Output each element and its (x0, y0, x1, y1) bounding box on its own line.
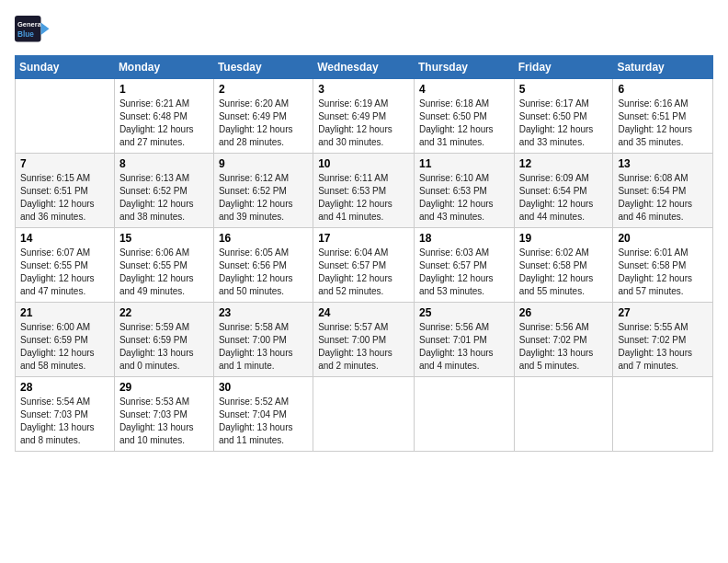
day-number: 10 (318, 157, 409, 170)
cell-info: Sunrise: 5:54 AM Sunset: 7:03 PM Dayligh… (20, 396, 109, 447)
calendar-cell: 6Sunrise: 6:16 AM Sunset: 6:51 PM Daylig… (613, 79, 713, 154)
col-header-thursday: Thursday (414, 56, 514, 79)
cell-info: Sunrise: 6:18 AM Sunset: 6:50 PM Dayligh… (419, 98, 509, 149)
svg-marker-3 (41, 23, 50, 36)
calendar-cell: 13Sunrise: 6:08 AM Sunset: 6:54 PM Dayli… (613, 154, 713, 228)
calendar-cell: 30Sunrise: 5:52 AM Sunset: 7:04 PM Dayli… (213, 377, 313, 452)
calendar-cell: 9Sunrise: 6:12 AM Sunset: 6:52 PM Daylig… (213, 154, 313, 228)
week-row-2: 7Sunrise: 6:15 AM Sunset: 6:51 PM Daylig… (16, 154, 713, 228)
week-row-5: 28Sunrise: 5:54 AM Sunset: 7:03 PM Dayli… (16, 377, 713, 452)
day-number: 24 (318, 306, 409, 319)
calendar-cell: 20Sunrise: 6:01 AM Sunset: 6:58 PM Dayli… (613, 228, 713, 303)
col-header-saturday: Saturday (613, 56, 713, 79)
logo: General Blue (15, 11, 70, 48)
col-header-tuesday: Tuesday (213, 56, 313, 79)
cell-info: Sunrise: 6:19 AM Sunset: 6:49 PM Dayligh… (318, 98, 409, 149)
day-number: 4 (419, 83, 509, 96)
cell-info: Sunrise: 6:04 AM Sunset: 6:57 PM Dayligh… (318, 247, 409, 298)
day-number: 19 (519, 232, 609, 245)
calendar-cell (514, 377, 613, 452)
cell-info: Sunrise: 6:01 AM Sunset: 6:58 PM Dayligh… (618, 247, 708, 298)
calendar-cell: 29Sunrise: 5:53 AM Sunset: 7:03 PM Dayli… (114, 377, 213, 452)
day-number: 25 (419, 306, 509, 319)
calendar-cell: 23Sunrise: 5:58 AM Sunset: 7:00 PM Dayli… (213, 303, 313, 377)
cell-info: Sunrise: 5:55 AM Sunset: 7:02 PM Dayligh… (618, 321, 708, 373)
week-row-4: 21Sunrise: 6:00 AM Sunset: 6:59 PM Dayli… (16, 303, 713, 377)
day-number: 20 (618, 232, 708, 245)
week-row-3: 14Sunrise: 6:07 AM Sunset: 6:55 PM Dayli… (16, 228, 713, 303)
calendar-cell: 3Sunrise: 6:19 AM Sunset: 6:49 PM Daylig… (313, 79, 415, 154)
calendar-cell: 19Sunrise: 6:02 AM Sunset: 6:58 PM Dayli… (514, 228, 613, 303)
cell-info: Sunrise: 6:09 AM Sunset: 6:54 PM Dayligh… (519, 172, 609, 224)
cell-info: Sunrise: 6:15 AM Sunset: 6:51 PM Dayligh… (20, 172, 109, 224)
calendar-cell: 24Sunrise: 5:57 AM Sunset: 7:00 PM Dayli… (313, 303, 415, 377)
day-number: 11 (419, 157, 509, 170)
calendar-cell: 26Sunrise: 5:56 AM Sunset: 7:02 PM Dayli… (514, 303, 613, 377)
svg-text:General: General (17, 20, 43, 29)
day-number: 1 (119, 83, 209, 96)
cell-info: Sunrise: 6:17 AM Sunset: 6:50 PM Dayligh… (519, 98, 609, 149)
calendar-cell: 11Sunrise: 6:10 AM Sunset: 6:53 PM Dayli… (414, 154, 514, 228)
calendar-cell (414, 377, 514, 452)
day-number: 18 (419, 232, 509, 245)
cell-info: Sunrise: 6:03 AM Sunset: 6:57 PM Dayligh… (419, 247, 509, 298)
logo-svg: General Blue (15, 11, 70, 48)
cell-info: Sunrise: 6:08 AM Sunset: 6:54 PM Dayligh… (618, 172, 708, 224)
calendar-cell: 14Sunrise: 6:07 AM Sunset: 6:55 PM Dayli… (16, 228, 115, 303)
day-number: 21 (20, 306, 109, 319)
cell-info: Sunrise: 6:05 AM Sunset: 6:56 PM Dayligh… (219, 247, 308, 298)
day-number: 3 (318, 83, 409, 96)
cell-info: Sunrise: 5:58 AM Sunset: 7:00 PM Dayligh… (219, 321, 308, 373)
calendar-table: SundayMondayTuesdayWednesdayThursdayFrid… (15, 55, 713, 452)
calendar-cell: 28Sunrise: 5:54 AM Sunset: 7:03 PM Dayli… (16, 377, 115, 452)
col-header-monday: Monday (114, 56, 213, 79)
cell-info: Sunrise: 5:53 AM Sunset: 7:03 PM Dayligh… (119, 396, 209, 447)
header: General Blue (15, 11, 713, 48)
calendar-cell: 7Sunrise: 6:15 AM Sunset: 6:51 PM Daylig… (16, 154, 115, 228)
day-number: 13 (618, 157, 708, 170)
calendar-cell (613, 377, 713, 452)
cell-info: Sunrise: 6:12 AM Sunset: 6:52 PM Dayligh… (219, 172, 308, 224)
cell-info: Sunrise: 5:56 AM Sunset: 7:02 PM Dayligh… (519, 321, 609, 373)
day-number: 23 (219, 306, 308, 319)
cell-info: Sunrise: 6:20 AM Sunset: 6:49 PM Dayligh… (219, 98, 308, 149)
svg-text:Blue: Blue (17, 30, 34, 39)
cell-info: Sunrise: 5:57 AM Sunset: 7:00 PM Dayligh… (318, 321, 409, 373)
calendar-cell: 12Sunrise: 6:09 AM Sunset: 6:54 PM Dayli… (514, 154, 613, 228)
cell-info: Sunrise: 6:13 AM Sunset: 6:52 PM Dayligh… (119, 172, 209, 224)
cell-info: Sunrise: 6:10 AM Sunset: 6:53 PM Dayligh… (419, 172, 509, 224)
calendar-cell (313, 377, 415, 452)
cell-info: Sunrise: 5:52 AM Sunset: 7:04 PM Dayligh… (219, 396, 308, 447)
day-number: 27 (618, 306, 708, 319)
day-number: 14 (20, 232, 109, 245)
day-number: 28 (20, 381, 109, 394)
col-header-sunday: Sunday (16, 56, 115, 79)
col-header-friday: Friday (514, 56, 613, 79)
day-number: 16 (219, 232, 308, 245)
day-number: 15 (119, 232, 209, 245)
day-number: 17 (318, 232, 409, 245)
calendar-cell: 17Sunrise: 6:04 AM Sunset: 6:57 PM Dayli… (313, 228, 415, 303)
day-number: 6 (618, 83, 708, 96)
cell-info: Sunrise: 6:02 AM Sunset: 6:58 PM Dayligh… (519, 247, 609, 298)
week-row-1: 1Sunrise: 6:21 AM Sunset: 6:48 PM Daylig… (16, 79, 713, 154)
calendar-cell: 18Sunrise: 6:03 AM Sunset: 6:57 PM Dayli… (414, 228, 514, 303)
calendar-cell: 5Sunrise: 6:17 AM Sunset: 6:50 PM Daylig… (514, 79, 613, 154)
calendar-cell: 27Sunrise: 5:55 AM Sunset: 7:02 PM Dayli… (613, 303, 713, 377)
cell-info: Sunrise: 6:06 AM Sunset: 6:55 PM Dayligh… (119, 247, 209, 298)
calendar-cell: 15Sunrise: 6:06 AM Sunset: 6:55 PM Dayli… (114, 228, 213, 303)
day-number: 26 (519, 306, 609, 319)
calendar-cell: 16Sunrise: 6:05 AM Sunset: 6:56 PM Dayli… (213, 228, 313, 303)
cell-info: Sunrise: 5:56 AM Sunset: 7:01 PM Dayligh… (419, 321, 509, 373)
day-number: 2 (219, 83, 308, 96)
cell-info: Sunrise: 6:07 AM Sunset: 6:55 PM Dayligh… (20, 247, 109, 298)
day-number: 22 (119, 306, 209, 319)
calendar-cell: 4Sunrise: 6:18 AM Sunset: 6:50 PM Daylig… (414, 79, 514, 154)
calendar-cell: 22Sunrise: 5:59 AM Sunset: 6:59 PM Dayli… (114, 303, 213, 377)
cell-info: Sunrise: 6:11 AM Sunset: 6:53 PM Dayligh… (318, 172, 409, 224)
cell-info: Sunrise: 6:21 AM Sunset: 6:48 PM Dayligh… (119, 98, 209, 149)
cell-info: Sunrise: 6:00 AM Sunset: 6:59 PM Dayligh… (20, 321, 109, 373)
calendar-cell: 1Sunrise: 6:21 AM Sunset: 6:48 PM Daylig… (114, 79, 213, 154)
calendar-cell (16, 79, 115, 154)
cell-info: Sunrise: 6:16 AM Sunset: 6:51 PM Dayligh… (618, 98, 708, 149)
